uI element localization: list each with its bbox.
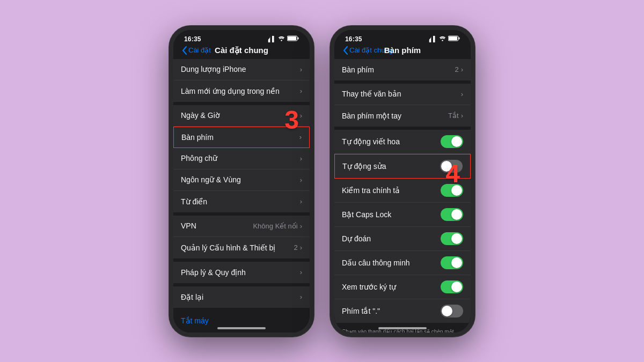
chevron-icon: › <box>300 222 302 230</box>
back-chevron-icon-1 <box>182 46 187 55</box>
list-item-dau-cau[interactable]: Dấu câu thông minh <box>334 251 471 275</box>
chevron-icon: › <box>300 65 302 73</box>
back-button-1[interactable]: Cài đặt <box>182 46 211 55</box>
battery-icon <box>287 35 299 42</box>
chevron-icon: › <box>300 243 302 252</box>
settings-group-1c: VPN Không Kết nối › Quản lý Cấu hình & T… <box>173 216 310 258</box>
list-item-thay-the[interactable]: Thay thế văn bản › <box>334 84 471 105</box>
status-time-1: 16:35 <box>184 35 201 43</box>
svg-rect-7 <box>449 36 457 40</box>
toggle-tu-dong-viet-hoa[interactable] <box>441 135 463 148</box>
list-item-tu-dien[interactable]: Từ điển › <box>173 191 310 212</box>
settings-group-1b: Ngày & Giờ › Bàn phím › Phông chữ › Ngôn… <box>173 105 310 212</box>
chevron-icon: › <box>461 90 463 98</box>
home-indicator-2 <box>378 327 427 329</box>
chevron-icon: › <box>300 176 302 184</box>
status-icons-2: ▌▌ <box>429 35 460 42</box>
status-bar-1: 16:35 ▌▌ <box>173 30 310 45</box>
list-item-dat-lai[interactable]: Đặt lại › <box>173 286 310 308</box>
settings-group-2a: Bàn phím 2 › <box>334 59 471 80</box>
toggle-dau-cau[interactable] <box>441 256 463 269</box>
list-item-tu-dong-sua[interactable]: Tự động sửa <box>334 154 471 179</box>
toggle-phim-tat[interactable] <box>441 305 463 317</box>
status-bar-2: 16:35 ▌▌ <box>334 30 471 45</box>
chevron-icon: › <box>461 65 463 73</box>
toggle-xem-truoc[interactable] <box>441 280 463 293</box>
signal-icon: ▌▌ <box>268 36 276 42</box>
list-item-phap-ly[interactable]: Pháp lý & Quy định › <box>173 262 310 283</box>
nav-title-1: Cài đặt chung <box>215 46 268 55</box>
svg-rect-3 <box>288 36 296 40</box>
list-item-kiem-tra[interactable]: Kiểm tra chính tả <box>334 179 471 203</box>
chevron-icon: › <box>300 293 302 301</box>
toggle-kiem-tra[interactable] <box>441 184 463 197</box>
list-item-vpn[interactable]: VPN Không Kết nối › <box>173 216 310 237</box>
list-item-quan-ly[interactable]: Quản lý Cấu hình & Thiết bị 2 › <box>173 237 310 258</box>
settings-group-1d: Pháp lý & Quy định › <box>173 262 310 283</box>
list-item-ban-phim-count[interactable]: Bàn phím 2 › <box>334 59 471 80</box>
signal-icon-2: ▌▌ <box>429 36 437 42</box>
home-indicator-1 <box>217 327 266 329</box>
nav-bar-1: Cài đặt Cài đặt chung <box>173 45 310 59</box>
chevron-icon: › <box>299 133 302 141</box>
phone-1: 16:35 ▌▌ <box>169 26 314 337</box>
list-item-ngay-gio[interactable]: Ngày & Giờ › <box>173 105 310 127</box>
chevron-icon: › <box>461 112 463 120</box>
chevron-icon: › <box>300 154 302 162</box>
wifi-icon-2 <box>439 36 446 42</box>
status-icons-1: ▌▌ <box>268 35 299 42</box>
list-item-ban-phim[interactable]: Bàn phím › <box>173 127 310 148</box>
phone-1-screen: 16:35 ▌▌ <box>173 30 310 333</box>
settings-group-2c: Tự động viết hoa Tự động sửa Kiểm tra ch… <box>334 130 471 323</box>
wifi-icon <box>278 36 285 42</box>
list-item-du-doan[interactable]: Dự đoán <box>334 227 471 251</box>
list-item-ngon-ngu[interactable]: Ngôn ngữ & Vùng › <box>173 169 310 191</box>
toggle-caps-lock[interactable] <box>441 208 463 221</box>
chevron-icon: › <box>300 112 302 120</box>
list-item-bat-caps[interactable]: Bật Caps Lock <box>334 203 471 227</box>
list-item-tu-dong-viet-hoa[interactable]: Tự động viết hoa <box>334 130 471 154</box>
battery-icon-2 <box>448 35 460 42</box>
nav-bar-2: Cài đặt chung Bàn phím <box>334 45 471 59</box>
nav-title-2: Bàn phím <box>384 46 421 55</box>
toggle-tu-dong-sua[interactable] <box>440 160 463 173</box>
list-item-dung-luong[interactable]: Dung lượng iPhone › <box>173 59 310 80</box>
svg-point-0 <box>281 40 282 41</box>
list-item-xem-truoc[interactable]: Xem trước ký tự <box>334 275 471 299</box>
chevron-icon: › <box>300 268 302 276</box>
list-item-phim-tat[interactable]: Phím tắt "." <box>334 299 471 323</box>
phone-2-screen: 16:35 ▌▌ <box>334 30 471 333</box>
chevron-icon: › <box>300 197 302 205</box>
list-item-phong-chu[interactable]: Phông chữ › <box>173 148 310 169</box>
phone-2: 16:35 ▌▌ <box>330 26 475 337</box>
list-item-lam-moi[interactable]: Làm mới ứng dụng trong nền › <box>173 80 310 102</box>
status-time-2: 16:35 <box>345 35 362 43</box>
back-label-1: Cài đặt <box>188 46 211 54</box>
toggle-du-doan[interactable] <box>441 232 463 245</box>
settings-group-1a: Dung lượng iPhone › Làm mới ứng dụng tro… <box>173 59 310 102</box>
back-chevron-icon-2 <box>343 46 348 55</box>
svg-rect-2 <box>298 38 299 40</box>
settings-group-1e: Đặt lại › <box>173 286 310 308</box>
svg-point-4 <box>442 40 443 41</box>
settings-group-2b: Thay thế văn bản › Bàn phím một tay Tắt … <box>334 84 471 127</box>
svg-rect-6 <box>459 38 460 40</box>
chevron-icon: › <box>300 87 302 95</box>
list-item-ban-phim-mot-tay[interactable]: Bàn phím một tay Tắt › <box>334 105 471 127</box>
